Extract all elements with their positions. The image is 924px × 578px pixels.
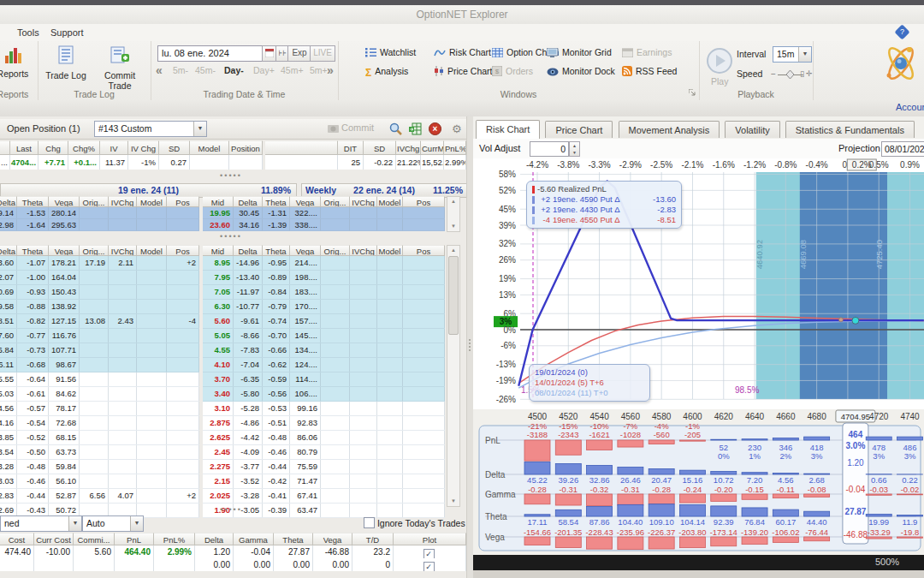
table-row[interactable]: MidDeltaThetaVegaOrig...IVChgModelPos [203,245,445,256]
table-row[interactable]: 2.98-1.64295.63 [0,219,199,231]
nav-45m-minus[interactable]: 45m- [195,65,216,75]
table-row[interactable]: 2.025-3.28-0.4167.41 [203,489,445,504]
table-row[interactable]: 3.40-5.80-0.56106.... [203,387,445,402]
menu-support[interactable]: Support [47,27,87,39]
tab-movement-analysis[interactable]: Movement Analysis [619,121,720,138]
live-button[interactable]: LIVE [310,45,335,62]
table-row[interactable]: 5.60-9.61-0.74157.... [203,314,445,329]
projection-date-input[interactable]: 08/01/2024 [881,141,924,157]
table-row[interactable]: 0.000.000.000.000✓ [0,558,466,571]
vol-adjust-spinner[interactable]: ▲▼ [569,141,580,157]
scrollbar[interactable]: ▲▼ [447,196,460,232]
table-row[interactable]: 3.54-0.5063.73 [0,445,199,460]
dialog-launcher-icon[interactable] [689,87,696,98]
table-row[interactable]: 5.55-0.6491.56 [0,372,199,387]
table-row[interactable]: 6.11-0.6898.67 [0,358,199,372]
table-row[interactable]: DeltaThetaVegaOrig...IVChgModelPos [0,196,199,207]
account-tab[interactable]: Account [896,102,924,112]
tab-statistics-fundamentals[interactable]: Statistics & Fundamentals [785,121,915,138]
table-row[interactable]: 3.85-0.5268.15 [0,431,199,445]
help-icon[interactable]: ? [894,24,909,39]
table-row[interactable]: 2.07-1.00164.04 [0,271,199,285]
zoom-level[interactable]: 500% [875,557,899,567]
reports-button[interactable]: Reports [0,44,38,79]
table-row[interactable]: 8.95-14.96-0.95214.... [203,256,445,271]
window-item-price-chart[interactable]: Price Chart [434,66,493,78]
trading-date-input[interactable]: lu. 08 ene. 2024 [157,45,267,62]
table-row[interactable]: DITSDIVChg...CurrM...PnL% [265,140,466,155]
table-row[interactable]: 3.03-0.4656.10 [0,474,199,489]
table-row[interactable]: 9.58-0.88138.92 [0,300,199,314]
window-item-monitor-grid[interactable]: Monitor Grid [547,47,612,59]
table-row[interactable]: 2.45-4.09-0.4680.79 [203,445,445,460]
table-row[interactable]: DeltaThetaVegaOrig...IVChgModelPos [0,245,199,256]
table-row[interactable]: 3.28-0.4859.84 [0,460,199,474]
nav-5m-plus[interactable]: 5m+ [310,65,328,75]
table-row[interactable]: 7.60-0.77116.76 [0,329,199,343]
table-row[interactable]: 19.9530.45-1.31322.... [203,207,445,219]
table-row[interactable]: CostCurr CostCommi...PnLPnL%DeltaGammaTh… [0,533,466,545]
nav-forward-icon[interactable]: » [327,63,334,77]
window-item-analysis[interactable]: ΣAnalysis [365,66,408,79]
table-row[interactable]: 3.70-6.35-0.59114.... [203,372,445,387]
table-row[interactable]: 25-0.2221.22%15,52...2.99% [265,155,466,170]
table-row[interactable]: 3.10-5.28-0.5399.16 [203,402,445,416]
table-row[interactable]: 4.16-0.5472.68 [0,416,199,431]
table-row[interactable]: 4.56-0.5778.17 [0,402,199,416]
table-row[interactable]: MidDeltaThetaVegaOrig...IVChgModelPos [203,196,445,207]
position-select[interactable]: #143 Custom▼ [94,121,207,137]
table-row[interactable]: 6.84-0.73107.71 [0,343,199,358]
splitter-grip[interactable]: ••••• [205,507,257,512]
interval-select[interactable]: 15m▼ [773,46,812,63]
ignore-trades-checkbox[interactable]: Ignore Today's Trades [364,517,465,528]
menu-tools[interactable]: Tools [14,27,43,39]
splitter-grip[interactable]: ••••• [205,234,257,239]
table-row[interactable]: 4.10-7.04-0.62124.... [203,358,445,372]
table-row[interactable]: 7.95-13.40-0.89198.... [203,271,445,285]
nav-45m-plus[interactable]: 45m+ [281,65,304,75]
tab-risk-chart[interactable]: Risk Chart [476,120,540,139]
search-icon[interactable] [389,122,402,135]
speed-slider[interactable]: − ▯ ✛ [771,69,810,80]
splitter-grip[interactable]: ••••• [205,173,257,178]
table-row[interactable]: 2.15-3.52-0.4271.47 [203,474,445,489]
scrollbar[interactable]: ▲▼ [447,245,460,507]
exp-button[interactable]: Exp [287,45,311,62]
tab-price-chart[interactable]: Price Chart [545,121,613,138]
nav-day-plus[interactable]: Day+ [253,65,275,75]
table-row[interactable]: 23.6034.16-1.39338.... [203,219,445,231]
table-row[interactable]: LastChgChg%IVIV ChgSDModelPosition [0,140,263,155]
nav-5m-minus[interactable]: 5m- [173,65,188,75]
window-item-earnings[interactable]: Earnings [622,47,672,59]
table-row[interactable]: 2.275-3.77-0.4475.59 [203,460,445,474]
table-row[interactable]: 6.30-10.77-0.79170.... [203,300,445,314]
table-row[interactable]: 7.05-11.97-0.84183.... [203,285,445,300]
commit-button[interactable]: Commit [328,122,374,133]
table-row[interactable]: 2.875-4.86-0.5192.83 [203,416,445,431]
window-item-watchlist[interactable]: Watchlist [365,47,416,59]
table-row[interactable]: 3.60-1.07178.2117.192.11+2 [0,256,199,271]
commit-trade-button[interactable]: Commit Trade [92,44,147,91]
checkbox-icon[interactable] [364,517,375,528]
table-row[interactable]: 5.03-0.6184.62 [0,387,199,402]
trade-log-button[interactable]: Trade Log [41,44,91,80]
export-icon[interactable] [409,122,422,135]
nav-day-minus[interactable]: Day- [224,65,244,75]
play-button[interactable] [706,47,733,76]
table-row[interactable]: 8.51-0.82127.1513.082.43-4 [0,314,199,329]
table-row[interactable]: 9.14-1.53280.14 [0,207,199,219]
view-mode-select[interactable]: ned▼ [0,515,82,532]
table-row[interactable]: 474.40-10.005.60464.402.99%1.20-0.0427.8… [0,545,466,558]
window-item-monitor-dock[interactable]: Monitor Dock [547,66,615,78]
vol-adjust-input[interactable]: 0 [530,141,569,157]
window-item-risk-chart[interactable]: Risk Chart [434,47,491,59]
table-row[interactable]: 4.55-7.83-0.66134.... [203,343,445,358]
table-row[interactable]: 2.625-4.42-0.4886.06 [203,431,445,445]
table-row[interactable]: ...4704...+7.71+0.1...11.37-1%0.27 [0,155,263,170]
gear-icon[interactable]: ⚙ [452,122,465,135]
auto-select[interactable]: Auto▼ [82,515,144,532]
window-item-orders[interactable]: $Orders [492,66,533,78]
nav-back-icon[interactable]: « [156,63,163,77]
table-row[interactable]: 5.05-8.66-0.70145.... [203,329,445,343]
close-icon[interactable]: × [429,122,441,135]
